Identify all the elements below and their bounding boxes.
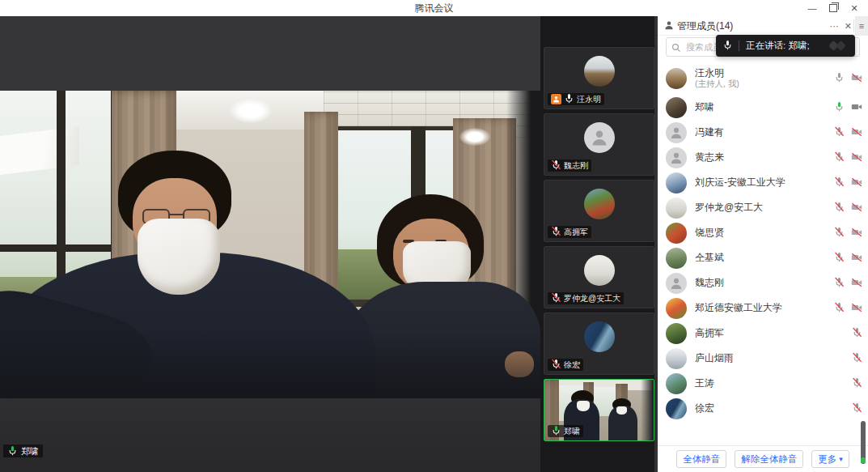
mute-all-button[interactable]: 全体静音 (676, 450, 726, 468)
member-row[interactable]: 高拥军 (658, 321, 868, 346)
participant-avatar (584, 56, 615, 87)
mic-muted-icon (834, 301, 845, 316)
panel-footer: 全体静音 解除全体静音 更多 ▾ (658, 445, 868, 472)
participant-avatar (584, 122, 615, 153)
speaker-name-badge: 郑啸 (3, 444, 43, 457)
unmute-all-button[interactable]: 解除全体静音 (735, 450, 803, 468)
camera-off-icon (851, 226, 862, 240)
active-speaker-scroll-marker (861, 457, 866, 463)
member-row[interactable]: 仝基斌 (658, 245, 868, 270)
panel-close-button[interactable]: ✕ (845, 22, 852, 31)
member-avatar (666, 122, 687, 143)
main-speaker-video[interactable]: 郑啸 (0, 16, 540, 472)
menu-icon: ≡ (859, 21, 864, 31)
member-name: 仝基斌 (695, 252, 724, 263)
thumbnail-name-badge: 郑啸 (548, 425, 583, 437)
member-avatar (666, 373, 687, 394)
member-row[interactable]: 王涛 (658, 371, 868, 396)
minimize-button[interactable]: — (802, 0, 823, 16)
speaking-toast: 正在讲话: 郑啸; (716, 35, 855, 57)
participant-thumbnail[interactable]: 汪永明 (544, 47, 654, 109)
thumbnail-name-badge: 徐宏 (548, 359, 583, 371)
camera-off-icon (851, 71, 862, 86)
mic-speaking-icon (7, 445, 18, 457)
member-row[interactable]: 魏志刚 (658, 270, 868, 296)
mic-muted-icon (551, 359, 561, 371)
mic-muted-icon (551, 159, 561, 172)
participant-name: 徐宏 (564, 359, 580, 371)
member-row[interactable]: 郑近德安徽工业大学 (658, 296, 868, 321)
member-row[interactable]: 徐宏 (658, 396, 868, 421)
foreground-shadow (0, 332, 540, 398)
close-icon: ✕ (850, 3, 857, 14)
member-list[interactable]: 汪永明 (主持人, 我) 郑啸 冯建有 黄志来 (658, 62, 868, 445)
member-row[interactable]: 郑啸 (658, 95, 868, 120)
member-row[interactable]: 饶思贤 (658, 220, 868, 245)
member-avatar (666, 323, 687, 344)
member-name: 黄志来 (695, 151, 724, 163)
close-button[interactable]: ✕ (844, 0, 865, 16)
participant-thumbnail[interactable]: 郑啸 (544, 379, 654, 441)
participant-thumbnail[interactable]: 魏志刚 (544, 113, 654, 176)
maximize-button[interactable] (823, 0, 844, 16)
window-controls: — ✕ (802, 0, 865, 16)
participant-thumbnail[interactable]: 罗仲龙@安工大 (544, 246, 654, 308)
window-title: 腾讯会议 (0, 0, 868, 16)
camera-off-icon (851, 301, 862, 316)
member-name: 庐山烟雨 (695, 352, 734, 364)
member-name: 汪永明 (695, 67, 739, 79)
mic-muted-icon (834, 125, 845, 140)
member-row[interactable]: 汪永明 (主持人, 我) (658, 62, 868, 95)
member-avatar (666, 273, 687, 294)
window-frame (0, 245, 120, 252)
speaking-toast-text: 正在讲话: 郑啸; (746, 40, 810, 52)
participant-thumbnail[interactable]: 徐宏 (544, 313, 654, 375)
participant-name: 高拥军 (564, 227, 588, 238)
panel-menu-button[interactable]: ≡ (855, 16, 868, 36)
camera-off-icon (851, 125, 862, 140)
member-name: 刘庆运-安徽工业大学 (695, 176, 785, 188)
host-badge-icon (551, 94, 561, 104)
camera-off-icon (851, 201, 862, 215)
member-row[interactable]: 庐山烟雨 (658, 346, 868, 371)
participant-name: 魏志刚 (564, 160, 588, 172)
member-name: 郑近德安徽工业大学 (695, 302, 782, 313)
divider (853, 19, 854, 32)
member-name: 罗仲龙@安工大 (695, 202, 763, 213)
mic-muted-icon (852, 351, 862, 366)
participant-thumbnail-strip[interactable]: 汪永明 魏志刚 高拥军 罗仲龙@安工大 徐宏 (540, 16, 658, 472)
member-list-scrollbar[interactable] (861, 421, 866, 464)
more-button[interactable]: 更多 ▾ (811, 450, 849, 468)
member-row[interactable]: 刘庆运-安徽工业大学 (658, 170, 868, 195)
camera-off-icon (851, 176, 862, 190)
mic-muted-icon (834, 251, 845, 266)
member-name: 王涛 (695, 377, 714, 389)
panel-more-button[interactable]: ⋯ (830, 22, 839, 31)
microphone-icon (722, 39, 733, 53)
participant-avatar (584, 189, 615, 219)
speaker-name: 郑啸 (21, 445, 39, 457)
member-avatar (666, 97, 687, 118)
member-avatar (666, 223, 687, 244)
panel-header: 管理成员(14) ⋯ ✕ ≡ (658, 16, 868, 36)
mic-muted-icon (551, 226, 561, 238)
mic-muted-icon (834, 176, 845, 190)
member-name: 魏志刚 (695, 277, 724, 288)
panel-title: 管理成员(14) (677, 19, 733, 33)
mic-muted-icon (834, 151, 845, 165)
mic-speaking-icon (834, 100, 845, 115)
member-management-panel: 管理成员(14) ⋯ ✕ ≡ 正在讲话: 郑啸; (658, 16, 868, 472)
meeting-content: 郑啸 汪永明 魏志刚 高拥军 (0, 16, 868, 472)
participant-avatar (584, 321, 615, 352)
member-manage-icon (664, 19, 674, 33)
mic-muted-icon (852, 326, 862, 341)
member-row[interactable]: 黄志来 (658, 145, 868, 170)
tencent-meeting-window: 腾讯会议 — ✕ (0, 0, 868, 472)
participant-name: 汪永明 (577, 94, 601, 105)
member-row[interactable]: 罗仲龙@安工大 (658, 195, 868, 220)
participant-thumbnail[interactable]: 高拥军 (544, 180, 654, 242)
mic-on-icon (564, 93, 574, 105)
member-avatar (666, 198, 687, 219)
member-name: 郑啸 (695, 101, 714, 113)
member-row[interactable]: 冯建有 (658, 120, 868, 145)
